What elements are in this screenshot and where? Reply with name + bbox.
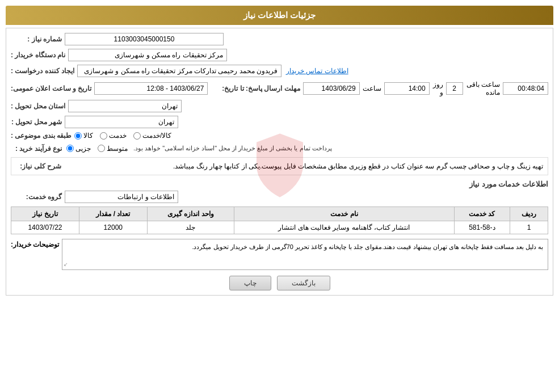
radio-kala-khedmat-label: کالا/خدمت [142,132,171,140]
deadline-days-value: 2 [446,82,463,95]
radio-motevaset-label: متوسط [107,145,128,153]
services-section-title: اطلاعات خدمات مورد نیاز [11,180,548,188]
buyer-org-row: مرکز تحقیقات راه مسکن و شهرسازی نام دستگ… [11,49,548,61]
deadline-remaining-label: ساعت باقی مانده [466,81,500,96]
radio-jazyi-label: جزیی [75,145,91,153]
radio-khedmat-input[interactable] [100,132,107,140]
radio-jazyi[interactable]: جزیی [66,145,91,153]
radio-kala-khedmat-input[interactable] [133,132,141,140]
col-date: تاریخ نیاز [11,207,79,221]
radio-kala-input[interactable] [74,132,82,140]
back-button[interactable]: بازگشت [277,276,330,290]
category-radio-group: کالا/خدمت خدمت کالا [74,132,171,140]
col-unit: واحد اندازه گیری [147,207,234,221]
cell-unit: جلد [147,221,234,234]
purchase-type-desc: پرداخت تمام یا بخشی از مبلغ خریدار از مح… [131,143,335,154]
contact-info-link[interactable]: اطلاعات تماس خریدار [286,67,348,75]
need-description-section: A تهیه زینگ و چاپ و صحافی چسب گرم سه عنو… [11,157,548,175]
resize-indicator: ↙ [64,260,68,268]
buyer-notes-label: توضیحات خریدار: [11,241,59,248]
radio-motevaset[interactable]: متوسط [98,145,128,153]
need-number-value: 1103003045000150 [65,33,224,45]
buyer-org-value: مرکز تحقیقات راه مسکن و شهرسازی [68,49,227,61]
province-value: تهران [68,100,182,112]
radio-kala-khedmat[interactable]: کالا/خدمت [133,132,171,140]
print-button[interactable]: چاپ [229,276,271,290]
purchase-type-label: نوع فرآیند خرید : [11,145,62,153]
province-label: استان محل تحویل : [11,102,65,110]
buyer-notes-box: به دلیل بعد مسافت فقط چاپخانه های تهران … [62,239,548,270]
category-label: طبقه بندی موضوعی : [11,132,72,140]
need-number-label: شماره نیاز : [11,35,62,43]
radio-kala[interactable]: کالا [74,132,93,140]
buyer-notes-text: به دلیل بعد مسافت فقط چاپخانه های تهران … [192,243,543,250]
cell-code: د-58-581 [454,221,510,234]
cell-name: انتشار کتاب، گاهنامه وسایر فعالیت های ان… [234,221,454,234]
city-label: شهر محل تحویل : [11,118,62,126]
deadline-date-value: 1403/06/29 [303,82,360,95]
deadline-time-label: ساعت [363,85,381,92]
radio-khedmat-label: خدمت [109,132,127,140]
col-name: نام خدمت [234,207,454,221]
deadline-time-value: 14:00 [384,82,430,95]
service-group-label: گروه خدمت: [11,193,62,201]
buyer-notes-section: به دلیل بعد مسافت فقط چاپخانه های تهران … [11,239,548,270]
table-row: 1 د-58-581 انتشار کتاب، گاهنامه وسایر فع… [11,221,548,234]
deadline-days-label: روز و [432,81,443,96]
radio-khedmat[interactable]: خدمت [100,132,127,140]
page-header: جزئیات اطلاعات نیاز [6,6,553,25]
cell-row: 1 [510,221,548,234]
province-row: تهران استان محل تحویل : [11,100,548,112]
deadline-label: مهلت ارسال پاسخ: تا تاریخ: [222,85,300,92]
services-table: ردیف کد خدمت نام خدمت واحد اندازه گیری ت… [11,206,548,234]
city-row: تهران شهر محل تحویل : [11,116,548,128]
need-number-row: 1103003045000150 شماره نیاز : [11,33,548,45]
city-value: تهران [65,116,178,128]
creator-label: ایجاد کننده درخواست : [11,67,74,75]
purchase-type-row: پرداخت تمام یا بخشی از مبلغ خریدار از مح… [11,143,548,154]
announce-value: 1403/06/27 - 12:08 [94,82,208,95]
cell-quantity: 12000 [79,221,147,234]
col-code: کد خدمت [454,207,510,221]
cell-date: 1403/07/22 [11,221,79,234]
deadline-row: 00:48:04 ساعت باقی مانده 2 روز و 14:00 س… [11,81,548,96]
purchase-type-radio-group: متوسط جزیی [66,145,128,153]
radio-motevaset-input[interactable] [98,145,105,152]
creator-row: اطلاعات تماس خریدار فریدون محمد رحیمی تد… [11,65,548,77]
buttons-row: بازگشت چاپ [11,276,548,290]
col-row: ردیف [510,207,548,221]
deadline-remaining-value: 00:48:04 [503,82,548,95]
category-row: کالا/خدمت خدمت کالا طبقه بندی موضوعی : [11,132,548,140]
radio-kala-label: کالا [83,132,93,140]
need-desc-title: شرح کلی نیاز: [16,162,61,170]
radio-jazyi-input[interactable] [66,145,74,152]
creator-value: فریدون محمد رحیمی تداركات مركز تحقیقات ر… [77,65,281,77]
service-group-row: اطلاعات و ارتباطات گروه خدمت: [11,191,548,203]
need-desc-text: تهیه زینگ و چاپ و صحافی چسب گرم سه عنوان… [66,162,543,170]
page-title: جزئیات اطلاعات نیاز [243,10,316,20]
service-group-value: اطلاعات و ارتباطات [65,191,178,203]
announce-label: تاریخ و ساعت اعلان عمومی: [11,85,91,92]
buyer-org-label: نام دستگاه خریدار : [11,51,65,59]
col-quantity: تعداد / مقدار [79,207,147,221]
